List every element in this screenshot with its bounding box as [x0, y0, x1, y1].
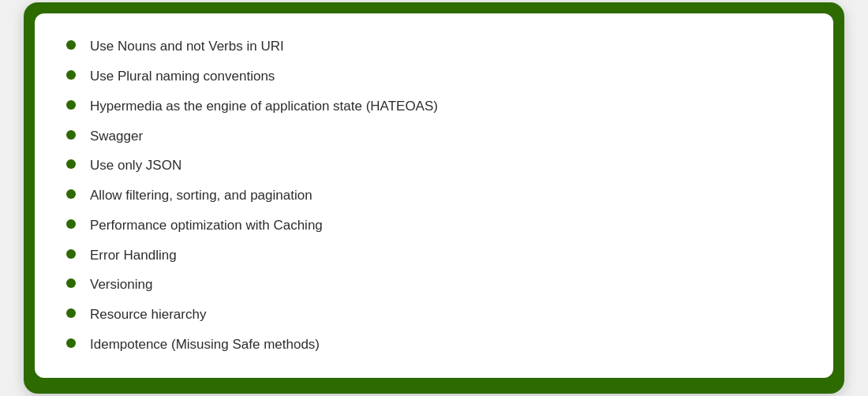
- inner-card: Use Nouns and not Verbs in URIUse Plural…: [35, 13, 833, 378]
- bullet-icon: [66, 100, 76, 110]
- list-item: Use only JSON: [66, 156, 802, 175]
- bullet-icon: [66, 308, 76, 318]
- bullet-icon: [66, 278, 76, 288]
- list-item: Use Plural naming conventions: [66, 67, 802, 86]
- bullet-icon: [66, 189, 76, 199]
- bullet-icon: [66, 159, 76, 169]
- list-item-text: Performance optimization with Caching: [90, 216, 323, 235]
- list-item-text: Error Handling: [90, 246, 177, 265]
- list-item-text: Hypermedia as the engine of application …: [90, 97, 438, 116]
- list-item-text: Use Nouns and not Verbs in URI: [90, 37, 284, 56]
- list-item: Allow filtering, sorting, and pagination: [66, 186, 802, 205]
- list-item: Resource hierarchy: [66, 305, 802, 324]
- list-item-text: Resource hierarchy: [90, 305, 206, 324]
- bullet-icon: [66, 40, 76, 50]
- list-item: Versioning: [66, 275, 802, 294]
- list-item: Error Handling: [66, 246, 802, 265]
- bullet-icon: [66, 219, 76, 229]
- list-item: Performance optimization with Caching: [66, 216, 802, 235]
- list-item: Use Nouns and not Verbs in URI: [66, 37, 802, 56]
- bullet-icon: [66, 249, 76, 259]
- bullet-icon: [66, 70, 76, 80]
- list-item-text: Allow filtering, sorting, and pagination: [90, 186, 312, 205]
- list-item-text: Swagger: [90, 127, 143, 146]
- bullet-icon: [66, 338, 76, 348]
- outer-container: Use Nouns and not Verbs in URIUse Plural…: [24, 2, 844, 394]
- list-item: Swagger: [66, 127, 802, 146]
- list-item: Idempotence (Misusing Safe methods): [66, 335, 802, 354]
- list-item: Hypermedia as the engine of application …: [66, 97, 802, 116]
- list-item-text: Use Plural naming conventions: [90, 67, 275, 86]
- list-item-text: Idempotence (Misusing Safe methods): [90, 335, 320, 354]
- best-practices-list: Use Nouns and not Verbs in URIUse Plural…: [66, 37, 802, 354]
- bullet-icon: [66, 130, 76, 140]
- list-item-text: Use only JSON: [90, 156, 181, 175]
- list-item-text: Versioning: [90, 275, 152, 294]
